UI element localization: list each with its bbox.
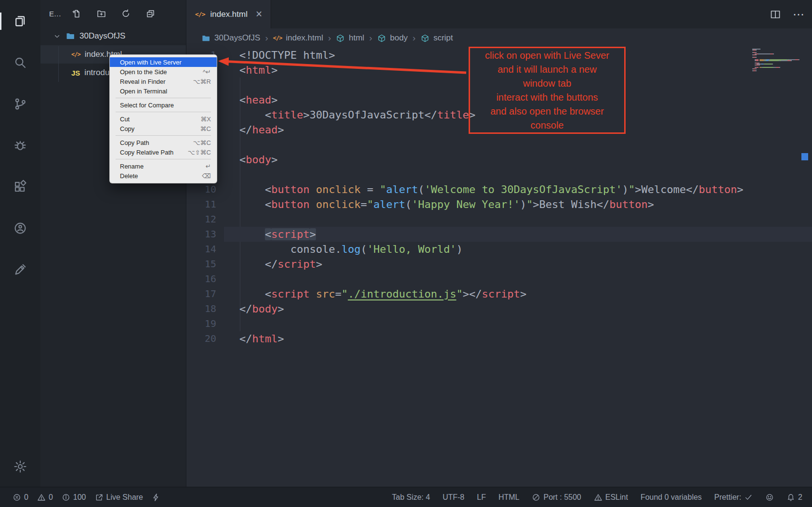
minimap-token: [772, 64, 773, 65]
status-end-of-line[interactable]: LF: [477, 493, 486, 502]
activity-live-share-button[interactable]: [0, 218, 40, 239]
breadcrumb-item-30daysofjs[interactable]: 30DaysOfJS: [201, 33, 260, 43]
code-token: >: [520, 288, 526, 300]
status-language-mode[interactable]: HTML: [498, 493, 520, 502]
activity-run-debug-button[interactable]: [0, 135, 40, 156]
code-token: [239, 288, 265, 300]
code-line[interactable]: 19: [186, 316, 812, 331]
status-item-text: HTML: [498, 493, 520, 502]
menu-item-cut[interactable]: Cut⌘X: [110, 114, 217, 124]
menu-item-copy-relative-path[interactable]: Copy Relative Path⌥⇧⌘C: [110, 147, 217, 157]
code-token: >: [648, 198, 654, 210]
context-menu: Open with Live ServerOpen to the Side^↵R…: [109, 54, 217, 183]
code-line[interactable]: 20</html>: [186, 331, 812, 346]
code-token: title: [271, 109, 303, 121]
code-line[interactable]: 17 <script src="./introduction.js"></scr…: [186, 286, 812, 301]
annotation-text-line: and it will launch a new: [470, 63, 624, 77]
code-line[interactable]: 13 <script>: [186, 227, 812, 242]
menu-item-delete[interactable]: Delete⌫: [110, 171, 217, 181]
code-text: </head>: [239, 122, 284, 137]
activity-settings-button[interactable]: [0, 456, 40, 477]
collapse-icon: [145, 9, 156, 19]
tab-label: index.html: [210, 10, 247, 19]
code-line[interactable]: 12: [186, 212, 812, 227]
code-token: =: [361, 198, 367, 210]
status-tab-size[interactable]: Tab Size: 4: [392, 493, 430, 502]
code-line[interactable]: 8<body>: [186, 152, 812, 167]
minimap-token: [756, 50, 757, 51]
status-encoding[interactable]: UTF-8: [443, 493, 464, 502]
status-bar-right: Tab Size: 4UTF-8LFHTMLPort : 5500ESLintF…: [392, 493, 802, 502]
status-eslint[interactable]: ESLint: [594, 493, 628, 502]
menu-item-select-for-compare[interactable]: Select for Compare: [110, 100, 217, 110]
activity-feedback-button[interactable]: [0, 259, 40, 280]
code-token: title: [437, 109, 469, 121]
breadcrumb-separator: ›: [413, 33, 416, 43]
code-line[interactable]: 11 <button onclick="alert('Happy New Yea…: [186, 197, 812, 212]
code-token: Welcome: [642, 183, 686, 195]
code-line[interactable]: 9: [186, 167, 812, 182]
code-token: <: [239, 64, 246, 76]
minimap-token: [759, 65, 760, 65]
menu-item-label: Reveal in Finder: [120, 78, 187, 85]
status-error-count[interactable]: 0: [13, 493, 28, 502]
status-prettier[interactable]: Prettier:: [714, 493, 753, 502]
menu-item-reveal-in-finder[interactable]: Reveal in Finder⌥⌘R: [110, 77, 217, 86]
line-number: 16: [186, 272, 216, 286]
menu-item-copy-path[interactable]: Copy Path⌥⌘C: [110, 138, 217, 147]
code-line[interactable]: 15 </script>: [186, 257, 812, 272]
more-actions-icon[interactable]: ⋯: [793, 9, 804, 20]
new-file-button[interactable]: [72, 9, 82, 19]
split-editor-icon[interactable]: [770, 9, 781, 20]
breadcrumb-item-body[interactable]: body: [377, 33, 408, 43]
menu-item-open-with-live-server[interactable]: Open with Live Server: [110, 57, 217, 67]
code-token: html: [252, 333, 278, 345]
minimap[interactable]: [752, 49, 799, 72]
tree-item-30daysofjs[interactable]: 30DaysOfJS: [40, 27, 186, 45]
status-feedback-smiley[interactable]: [765, 493, 774, 502]
activity-extensions-button[interactable]: [0, 176, 40, 197]
breadcrumb-item-script[interactable]: script: [420, 33, 453, 43]
refresh-explorer-button[interactable]: [121, 9, 131, 19]
breadcrumb-item-html[interactable]: html: [336, 33, 364, 43]
menu-item-copy[interactable]: Copy⌘C: [110, 124, 217, 133]
status-live-server-port[interactable]: Port : 5500: [532, 493, 581, 502]
menu-item-open-in-terminal[interactable]: Open in Terminal: [110, 86, 217, 96]
collapse-folders-button[interactable]: [145, 9, 156, 19]
code-line[interactable]: 14 console.log('Hello, World'): [186, 242, 812, 257]
tab-close-icon[interactable]: ×: [256, 9, 262, 20]
code-token: body: [246, 154, 271, 166]
breadcrumb-item-index-html[interactable]: </>index.html: [273, 33, 323, 43]
menu-item-rename[interactable]: Rename↵: [110, 161, 217, 171]
line-number: 14: [186, 242, 216, 257]
new-folder-button[interactable]: [96, 9, 106, 19]
code-token: >: [635, 183, 641, 195]
status-found-variables[interactable]: Found 0 variables: [641, 493, 702, 502]
status-info-count[interactable]: 100: [62, 493, 86, 502]
menu-item-open-to-the-side[interactable]: Open to the Side^↵: [110, 67, 217, 77]
tab-index-html[interactable]: </> index.html ×: [186, 0, 271, 28]
annotation-text-line: console: [470, 118, 624, 132]
activity-explorer-button[interactable]: [0, 11, 40, 32]
code-line[interactable]: 7: [186, 137, 812, 152]
code-token: onclick: [316, 183, 361, 195]
code-text: <!DOCTYPE html>: [239, 48, 335, 63]
code-token: script: [482, 288, 520, 300]
code-line[interactable]: 10 <button onclick = "alert('Welcome to …: [186, 182, 812, 197]
code-token: >: [737, 183, 743, 195]
status-live-share[interactable]: Live Share: [95, 493, 144, 502]
line-number: 13: [186, 227, 216, 242]
status-quick-action[interactable]: [152, 493, 160, 502]
line-number: 17: [186, 286, 216, 301]
code-line[interactable]: 18</body>: [186, 301, 812, 316]
code-line[interactable]: 16: [186, 272, 812, 286]
code-token: html: [246, 64, 271, 76]
menu-item-label: Cut: [120, 116, 195, 123]
activity-search-button[interactable]: [0, 52, 40, 73]
code-token: (: [418, 183, 424, 195]
status-warning-count[interactable]: 0: [37, 493, 53, 502]
code-token: [310, 198, 316, 210]
activity-source-control-button[interactable]: [0, 93, 40, 115]
circle-user-icon: [13, 221, 27, 235]
status-notifications[interactable]: 2: [786, 493, 802, 502]
